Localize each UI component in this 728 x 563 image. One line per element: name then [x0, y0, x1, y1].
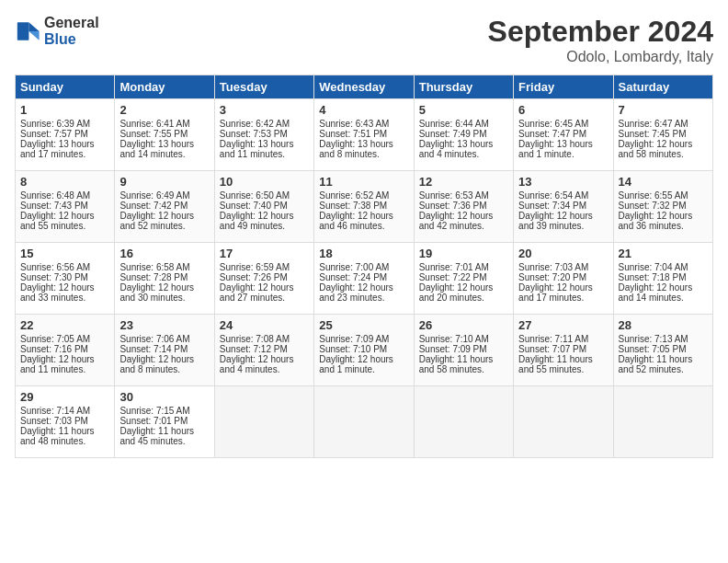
calendar-cell: 6Sunrise: 6:45 AMSunset: 7:47 PMDaylight…	[514, 99, 613, 171]
calendar-cell: 7Sunrise: 6:47 AMSunset: 7:45 PMDaylight…	[613, 99, 712, 171]
calendar-cell	[514, 386, 613, 458]
day-number: 15	[20, 247, 109, 260]
sunset-text: Sunset: 7:07 PM	[518, 344, 586, 354]
sunset-text: Sunset: 7:24 PM	[319, 272, 387, 282]
calendar-cell: 21Sunrise: 7:04 AMSunset: 7:18 PMDayligh…	[613, 243, 712, 315]
sunrise-text: Sunrise: 6:49 AM	[119, 190, 189, 201]
logo: General Blue	[15, 15, 99, 47]
sunrise-text: Sunrise: 6:58 AM	[119, 262, 189, 272]
location: Odolo, Lombardy, Italy	[488, 49, 713, 65]
sunrise-text: Sunrise: 7:06 AM	[119, 334, 189, 344]
day-number: 2	[119, 103, 209, 117]
calendar-cell: 15Sunrise: 6:56 AMSunset: 7:30 PMDayligh…	[16, 243, 115, 315]
day-number: 30	[119, 390, 209, 404]
daylight-text: Daylight: 12 hours and 4 minutes.	[220, 354, 294, 374]
calendar-header-row: SundayMondayTuesdayWednesdayThursdayFrid…	[16, 75, 713, 99]
sunrise-text: Sunrise: 6:41 AM	[119, 119, 189, 129]
sunset-text: Sunset: 7:53 PM	[220, 129, 288, 139]
day-number: 12	[419, 175, 508, 189]
day-number: 21	[619, 247, 708, 260]
sunset-text: Sunset: 7:55 PM	[119, 129, 188, 139]
sunset-text: Sunset: 7:32 PM	[619, 201, 687, 211]
daylight-text: Daylight: 12 hours and 36 minutes.	[619, 211, 693, 231]
sunset-text: Sunset: 7:38 PM	[319, 201, 387, 211]
daylight-text: Daylight: 13 hours and 17 minutes.	[20, 139, 95, 159]
sunrise-text: Sunrise: 6:52 AM	[319, 190, 389, 201]
sunset-text: Sunset: 7:34 PM	[518, 201, 586, 211]
sunset-text: Sunset: 7:57 PM	[20, 129, 88, 139]
day-number: 10	[220, 175, 309, 189]
calendar-cell: 28Sunrise: 7:13 AMSunset: 7:05 PMDayligh…	[613, 315, 712, 386]
sunrise-text: Sunrise: 6:43 AM	[319, 119, 389, 129]
sunset-text: Sunset: 7:22 PM	[419, 272, 487, 282]
daylight-text: Daylight: 12 hours and 42 minutes.	[419, 211, 494, 231]
day-number: 25	[319, 318, 408, 332]
day-number: 18	[319, 247, 408, 260]
calendar-cell: 12Sunrise: 6:53 AMSunset: 7:36 PMDayligh…	[414, 171, 513, 243]
sunrise-text: Sunrise: 6:45 AM	[518, 119, 588, 129]
sunset-text: Sunset: 7:36 PM	[419, 201, 487, 211]
sunset-text: Sunset: 7:12 PM	[220, 344, 288, 354]
day-number: 1	[20, 103, 109, 117]
header-day-monday: Monday	[115, 75, 214, 99]
sunset-text: Sunset: 7:26 PM	[220, 272, 288, 282]
day-number: 4	[319, 103, 408, 117]
calendar-cell: 22Sunrise: 7:05 AMSunset: 7:16 PMDayligh…	[16, 315, 115, 386]
calendar-cell: 5Sunrise: 6:44 AMSunset: 7:49 PMDaylight…	[414, 99, 513, 171]
calendar-cell	[214, 386, 313, 458]
calendar-cell: 25Sunrise: 7:09 AMSunset: 7:10 PMDayligh…	[314, 315, 414, 386]
daylight-text: Daylight: 12 hours and 30 minutes.	[119, 282, 194, 303]
sunset-text: Sunset: 7:40 PM	[220, 201, 288, 211]
day-number: 6	[518, 103, 608, 117]
calendar-cell: 14Sunrise: 6:55 AMSunset: 7:32 PMDayligh…	[613, 171, 712, 243]
daylight-text: Daylight: 12 hours and 20 minutes.	[419, 282, 494, 303]
day-number: 29	[20, 390, 109, 404]
daylight-text: Daylight: 12 hours and 39 minutes.	[518, 211, 593, 231]
day-number: 5	[419, 103, 508, 117]
day-number: 16	[119, 247, 209, 260]
day-number: 19	[419, 247, 508, 260]
sunset-text: Sunset: 7:43 PM	[20, 201, 88, 211]
daylight-text: Daylight: 12 hours and 23 minutes.	[319, 282, 393, 303]
day-number: 26	[419, 318, 508, 332]
sunrise-text: Sunrise: 6:59 AM	[220, 262, 290, 272]
sunset-text: Sunset: 7:47 PM	[518, 129, 586, 139]
sunrise-text: Sunrise: 7:04 AM	[619, 262, 688, 272]
daylight-text: Daylight: 12 hours and 11 minutes.	[20, 354, 95, 374]
sunrise-text: Sunrise: 6:54 AM	[518, 190, 588, 201]
daylight-text: Daylight: 13 hours and 8 minutes.	[319, 139, 393, 159]
sunrise-text: Sunrise: 6:56 AM	[20, 262, 90, 272]
calendar-week-2: 8Sunrise: 6:48 AMSunset: 7:43 PMDaylight…	[16, 171, 713, 243]
sunrise-text: Sunrise: 7:14 AM	[20, 406, 90, 416]
day-number: 9	[119, 175, 209, 189]
calendar-cell: 20Sunrise: 7:03 AMSunset: 7:20 PMDayligh…	[514, 243, 613, 315]
calendar-cell	[414, 386, 513, 458]
daylight-text: Daylight: 12 hours and 14 minutes.	[619, 282, 693, 303]
sunset-text: Sunset: 7:16 PM	[20, 344, 88, 354]
daylight-text: Daylight: 11 hours and 52 minutes.	[619, 354, 693, 374]
sunset-text: Sunset: 7:51 PM	[319, 129, 387, 139]
day-number: 7	[619, 103, 708, 117]
svg-marker-0	[28, 22, 39, 31]
calendar-cell: 8Sunrise: 6:48 AMSunset: 7:43 PMDaylight…	[16, 171, 115, 243]
daylight-text: Daylight: 12 hours and 8 minutes.	[119, 354, 194, 374]
calendar-cell: 1Sunrise: 6:39 AMSunset: 7:57 PMDaylight…	[16, 99, 115, 171]
calendar-cell	[314, 386, 414, 458]
daylight-text: Daylight: 12 hours and 52 minutes.	[119, 211, 194, 231]
sunrise-text: Sunrise: 6:44 AM	[419, 119, 489, 129]
daylight-text: Daylight: 13 hours and 14 minutes.	[119, 139, 194, 159]
sunset-text: Sunset: 7:42 PM	[119, 201, 188, 211]
day-number: 27	[518, 318, 608, 332]
header-day-sunday: Sunday	[16, 75, 115, 99]
sunset-text: Sunset: 7:45 PM	[619, 129, 687, 139]
calendar-cell: 19Sunrise: 7:01 AMSunset: 7:22 PMDayligh…	[414, 243, 513, 315]
sunset-text: Sunset: 7:14 PM	[119, 344, 188, 354]
sunset-text: Sunset: 7:09 PM	[419, 344, 487, 354]
day-number: 8	[20, 175, 109, 189]
calendar-table: SundayMondayTuesdayWednesdayThursdayFrid…	[15, 75, 713, 458]
daylight-text: Daylight: 12 hours and 49 minutes.	[220, 211, 294, 231]
daylight-text: Daylight: 12 hours and 27 minutes.	[220, 282, 294, 303]
sunrise-text: Sunrise: 7:10 AM	[419, 334, 489, 344]
sunset-text: Sunset: 7:18 PM	[619, 272, 687, 282]
sunrise-text: Sunrise: 6:53 AM	[419, 190, 489, 201]
